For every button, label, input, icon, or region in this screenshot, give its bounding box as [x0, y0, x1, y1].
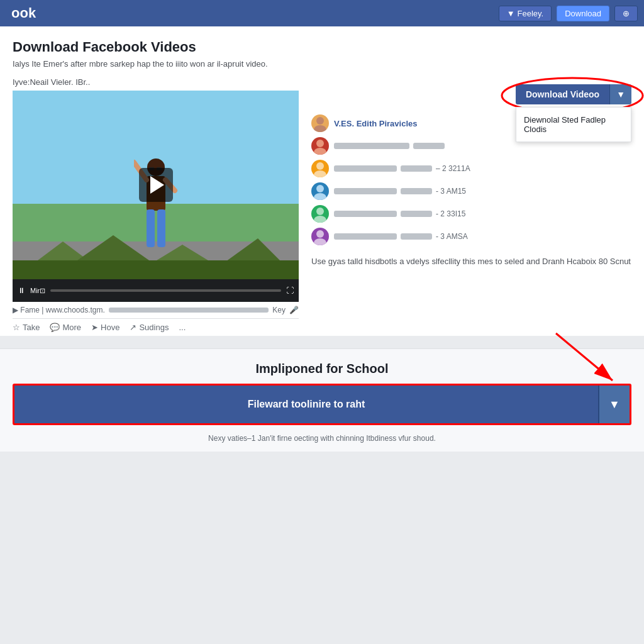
- progress-bar[interactable]: [50, 289, 281, 292]
- video-meta: ▶ Fame | www.choods.tgm. Key 🎤: [13, 302, 299, 319]
- svg-point-21: [314, 193, 326, 200]
- svg-point-17: [314, 148, 326, 155]
- svg-point-15: [314, 125, 326, 132]
- main-content: Download Facebook Videos Ialys Ite Emer'…: [0, 26, 644, 336]
- user-info: – 2 3211A: [334, 164, 631, 173]
- user-name-bar: [334, 143, 409, 149]
- bottom-text: Nexy vaties–1 Jan'it firne oecting with …: [0, 425, 644, 452]
- impliponed-title: Impliponed for School: [0, 349, 644, 384]
- avatar: [311, 205, 329, 223]
- user-name-bar-2: [401, 211, 432, 217]
- svg-point-23: [314, 216, 326, 223]
- list-item: - 3 AM15: [311, 182, 631, 200]
- svg-point-14: [316, 117, 324, 125]
- ellipsis-label: ...: [179, 323, 186, 332]
- red-arrow-container: Fileward toolinire to raht ▼: [0, 384, 644, 425]
- video-controls: ⏸ Mir⊡ ⛶: [13, 279, 299, 302]
- user-name-bar: [334, 233, 397, 240]
- top-navigation: ook ▼ Feeley. Download ⊕: [0, 0, 644, 26]
- page-subtitle: Ialys Ite Emer's after mbre sarkep hap t…: [13, 59, 631, 69]
- dropdown-menu-item-1[interactable]: Diewnolal Sted Fadlep Clodis: [516, 110, 631, 139]
- sudings-icon: ↗: [130, 323, 136, 332]
- avatar-icon: [311, 182, 329, 200]
- avatar: [311, 160, 329, 177]
- svg-point-18: [316, 162, 324, 170]
- share-icon: ➤: [91, 323, 98, 332]
- download-area: Download Videoo ▼ Diewnolal Sted Fadlep …: [516, 84, 631, 104]
- page-title: Download Facebook Videos: [13, 39, 631, 55]
- nav-extra-button[interactable]: ⊕: [614, 6, 638, 21]
- key-label: Key: [272, 306, 286, 314]
- user-name-bar-2: [413, 143, 445, 149]
- user-extra: - 3 AMSA: [436, 232, 468, 241]
- time-display: Mir⊡: [30, 287, 45, 295]
- user-name-bar-2: [401, 165, 432, 172]
- big-dropdown[interactable]: Fileward toolinire to raht ▼: [13, 384, 631, 425]
- big-dropdown-wrapper: Fileward toolinire to raht ▼: [13, 384, 631, 425]
- play-icon: [150, 176, 164, 194]
- list-item: – 2 3211A: [311, 160, 631, 177]
- nav-download-button[interactable]: Download: [557, 6, 609, 21]
- sudings-label: Sudings: [139, 323, 169, 332]
- svg-point-25: [314, 238, 326, 245]
- svg-point-24: [316, 230, 324, 238]
- list-item: - 2 33I15: [311, 205, 631, 223]
- user-name-bar: [334, 188, 397, 194]
- svg-point-19: [314, 170, 326, 177]
- avatar: [311, 114, 329, 132]
- sudings-action[interactable]: ↗ Sudings: [130, 323, 169, 332]
- comment-icon: 💬: [50, 323, 60, 332]
- svg-point-16: [316, 140, 324, 147]
- sidebar-description: Use gyas talld hisdbotls a vdelys slfecl…: [311, 255, 631, 268]
- take-label: Take: [23, 323, 40, 332]
- star-icon: ☆: [13, 323, 20, 332]
- avatar-icon: [311, 205, 329, 223]
- user-name-bar-2: [401, 233, 432, 240]
- svg-point-20: [316, 185, 324, 192]
- chevron-down-icon: ▼: [609, 398, 620, 411]
- video-url: ▶ Fame | www.choods.tgm.: [13, 306, 105, 314]
- hove-label: Hove: [101, 323, 119, 332]
- fullscreen-button[interactable]: ⛶: [286, 286, 294, 295]
- video-player: ⏸ Mir⊡ ⛶ ▶ Fame | www.choods.tgm. Key 🎤 …: [13, 91, 299, 336]
- user-info: [334, 143, 631, 149]
- lower-section: Impliponed for School Fileward toolinire…: [0, 348, 644, 452]
- avatar-icon: [311, 228, 329, 245]
- svg-point-22: [316, 208, 324, 215]
- feeley-label: Feeley.: [518, 9, 544, 18]
- feeley-icon: ▼: [507, 9, 515, 18]
- big-dropdown-arrow[interactable]: ▼: [598, 386, 630, 423]
- avatar: [311, 182, 329, 200]
- svg-line-27: [556, 333, 613, 380]
- more-dots-action[interactable]: ...: [179, 323, 186, 332]
- video-sidebar: Download Videoo ▼ Diewnolal Sted Fadlep …: [311, 91, 631, 336]
- pause-button[interactable]: ⏸: [18, 286, 25, 295]
- play-button[interactable]: [139, 168, 173, 202]
- mic-icon: 🎤: [289, 306, 299, 314]
- hove-action[interactable]: ➤ Hove: [91, 323, 119, 332]
- svg-rect-12: [13, 260, 299, 279]
- url-bar: [109, 308, 269, 313]
- mountains-svg: [13, 229, 299, 279]
- user-extra: – 2 3211A: [436, 164, 470, 173]
- user-name-bar: [334, 211, 397, 217]
- avatar-icon: [311, 114, 329, 132]
- list-item: - 3 AMSA: [311, 228, 631, 245]
- user-extra: - 2 33I15: [436, 209, 465, 218]
- feeley-button[interactable]: ▼ Feeley.: [499, 6, 552, 21]
- avatar: [311, 137, 329, 155]
- red-arrow-icon: [550, 327, 631, 390]
- user-extra: - 3 AM15: [436, 187, 466, 196]
- take-action[interactable]: ☆ Take: [13, 323, 40, 332]
- user-name-bar-2: [401, 188, 432, 194]
- site-logo: ook: [6, 5, 36, 21]
- video-actions: ☆ Take 💬 More ➤ Hove ↗ Sudings ...: [13, 319, 299, 336]
- download-dropdown-menu: Diewnolal Sted Fadlep Clodis: [516, 107, 631, 142]
- more-action[interactable]: 💬 More: [50, 323, 81, 332]
- user-info: - 2 33I15: [334, 209, 631, 218]
- video-thumbnail: [13, 91, 299, 279]
- avatar-icon: [311, 160, 329, 177]
- avatar-icon: [311, 137, 329, 155]
- big-dropdown-text: Fileward toolinire to raht: [14, 389, 598, 420]
- user-name-bar: [334, 165, 397, 172]
